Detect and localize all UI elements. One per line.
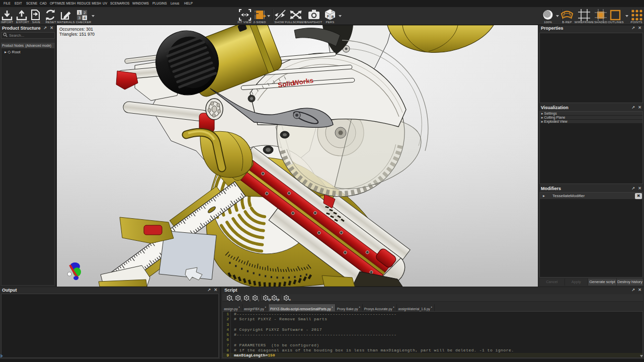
svg-text:3: 3 [78,16,80,20]
svg-text:+: + [289,298,291,302]
svg-text:⟳: ⟳ [277,298,280,302]
svg-text:↓: ↓ [240,298,243,302]
svg-text:4: 4 [84,16,86,20]
svg-text:↓: ↓ [249,298,251,302]
svg-text:⟳: ⟳ [268,298,271,302]
svg-text:↓: ↓ [258,298,260,302]
svg-text:▪: ▪ [232,298,233,302]
svg-text:R: R [332,15,334,19]
svg-text:2: 2 [84,11,86,15]
svg-text:1: 1 [78,11,80,15]
svg-text:F: F [327,15,329,18]
